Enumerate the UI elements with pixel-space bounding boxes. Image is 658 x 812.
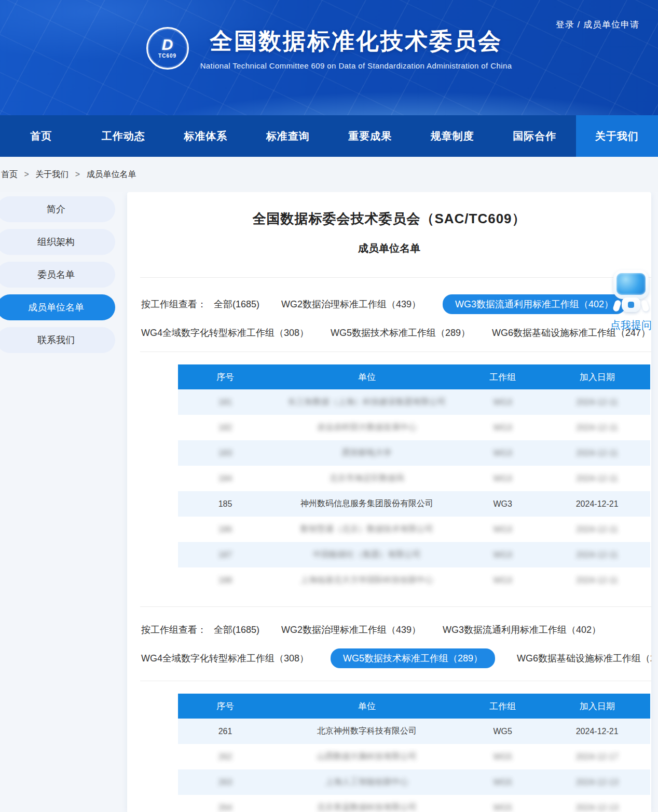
filter-option-4[interactable]: WG5数据技术标准工作组（289） [331,327,470,339]
cell-no: 186 [178,517,272,542]
cell-text: 263 [218,778,232,787]
sidebar-item-0[interactable]: 简介 [0,196,115,222]
filter-option-4[interactable]: WG5数据技术标准工作组（289） [331,648,495,668]
cell-wg: WG3 [461,542,544,567]
cell-text: 2024-12-11 [576,550,618,559]
cell-org: 中国船级社（集团）有限公司 [272,542,461,567]
breadcrumb-separator: > [73,170,82,179]
sidebar-item-3[interactable]: 成员单位名单 [0,294,115,320]
breadcrumb-item-0[interactable]: 首页 [1,170,18,179]
column-header-0: 序号 [178,694,272,719]
cell-text: 中国船级社（集团）有限公司 [313,550,421,559]
filter-option-2[interactable]: WG3数据流通利用标准工作组（402） [443,294,626,314]
filter-option-3[interactable]: WG4全域数字化转型标准工作组（308） [141,652,309,665]
cell-text: WG3 [493,525,512,534]
filter-option-1[interactable]: WG2数据治理标准工作组（439） [281,624,421,636]
table-row: 185神州数码信息服务集团股份有限公司WG32024-12-21 [178,491,650,517]
cell-no: 263 [178,769,272,795]
cell-org: 北京青蓝数据科技有限公司 [272,795,461,812]
cell-wg: WG3 [461,389,544,415]
cell-org: 数智慧通（北京）数据技术有限公司 [272,517,461,542]
table-head: 序号单位工作组加入日期 [178,364,650,389]
page-title: 全国数据标委会技术委员会（SAC/TC609） [127,210,651,228]
cell-text: 北京青蓝数据科技有限公司 [317,803,417,811]
sidebar-item-2[interactable]: 委员名单 [0,262,115,288]
cell-text: 上海临港北大方学国际科技创新中心 [300,575,433,584]
filter-option-2[interactable]: WG3数据流通利用标准工作组（402） [443,624,601,636]
site-subtitle: National Technical Committee 609 on Data… [200,61,512,70]
cell-text: 187 [218,550,232,559]
member-table: 序号单位工作组加入日期 261北京神州数字科技有限公司WG52024-12-21… [178,694,650,812]
filter-option-0[interactable]: 全部(1685) [214,624,259,636]
robot-arm-icon [640,300,650,313]
cell-wg: WG5 [461,744,544,769]
cell-text: 2024-12-21 [576,727,619,736]
cell-text: 北京神州数字科技有限公司 [317,726,417,735]
filter-option-5[interactable]: WG6数据基础设施标准工作组（247） [517,652,651,665]
cell-date: 2024-12-11 [544,389,650,415]
cell-wg: WG5 [461,719,544,744]
tc609-logo-icon: D TC609 [146,27,189,70]
cell-wg: WG3 [461,466,544,491]
nav-item-4[interactable]: 重要成果 [329,115,412,157]
cell-text: WG3 [493,398,512,407]
cell-org: 长三角数据（上海）科技建设集团有限公司 [272,389,461,415]
column-header-0: 序号 [178,364,272,389]
cell-date: 2024-12-21 [544,491,650,517]
workgroup-filter: 按工作组查看：全部(1685)WG2数据治理标准工作组（439）WG3数据流通利… [127,607,651,668]
cell-date: 2024-12-11 [544,517,650,542]
cell-wg: WG5 [461,769,544,795]
cell-text: WG3 [493,576,512,585]
filter-option-1[interactable]: WG2数据治理标准工作组（439） [281,298,421,310]
nav-item-7[interactable]: 关于我们 [576,115,658,157]
cell-text: 神州数码信息服务集团股份有限公司 [300,499,433,508]
sidebar-item-1[interactable]: 组织架构 [0,229,115,255]
sidebar-item-4[interactable]: 联系我们 [0,327,115,353]
nav-item-0[interactable]: 首页 [0,115,83,157]
cell-text: 185 [218,499,232,508]
nav-item-2[interactable]: 标准体系 [164,115,247,157]
cell-date: 2024-12-11 [544,567,650,593]
cell-text: 长三角数据（上海）科技建设集团有限公司 [288,397,446,406]
assistant-widget[interactable]: 点我提问 [607,270,655,332]
filter-option-0[interactable]: 全部(1685) [214,298,259,310]
breadcrumb-item-1[interactable]: 关于我们 [35,170,68,179]
cell-text: WG3 [493,550,512,559]
cell-text: 2024-12-17 [576,752,619,761]
assistant-label: 点我提问 [607,318,655,332]
column-header-2: 工作组 [461,364,544,389]
member-section-wg3: 按工作组查看：全部(1685)WG2数据治理标准工作组（439）WG3数据流通利… [127,278,651,593]
column-header-3: 加入日期 [544,364,650,389]
table-row: 186数智慧通（北京）数据技术有限公司WG32024-12-11 [178,517,650,542]
breadcrumb-item-2[interactable]: 成员单位名单 [86,170,136,179]
filter-row-2: WG4全域数字化转型标准工作组（308）WG5数据技术标准工作组（289）WG6… [141,327,651,339]
breadcrumb-separator: > [22,170,31,179]
nav-item-5[interactable]: 规章制度 [412,115,494,157]
table-row: 262山西数据大脑科技有限公司WG52024-12-17 [178,744,650,769]
cell-text: 262 [218,752,232,761]
divider [140,351,651,352]
cell-org: 山西数据大脑科技有限公司 [272,744,461,769]
filter-option-3[interactable]: WG4全域数字化转型标准工作组（308） [141,327,309,339]
login-link[interactable]: 登录 / 成员单位申请 [556,19,639,31]
site-header: 登录 / 成员单位申请 D TC609 全国数据标准化技术委员会 Nationa… [0,0,658,115]
filter-label: 按工作组查看： [141,298,207,310]
cell-text: 数智慧通（北京）数据技术有限公司 [300,524,433,533]
nav-item-1[interactable]: 工作动态 [83,115,165,157]
cell-text: 2024-12-11 [576,474,618,483]
nav-item-3[interactable]: 标准查询 [247,115,330,157]
cell-text: 2024-12-21 [576,499,619,508]
cell-text: 2024-12-11 [576,576,618,585]
table-row: 181长三角数据（上海）科技建设集团有限公司WG32024-12-11 [178,389,650,415]
workgroup-filter: 按工作组查看：全部(1685)WG2数据治理标准工作组（439）WG3数据流通利… [127,278,651,339]
cell-text: 2024-12-13 [576,803,619,812]
robot-face-icon [616,273,646,295]
navbar: 首页工作动态标准体系标准查询重要成果规章制度国际合作关于我们 [0,115,658,157]
nav-item-6[interactable]: 国际合作 [494,115,576,157]
cell-text: 183 [218,449,232,457]
cell-date: 2024-12-13 [544,769,650,795]
cell-no: 264 [178,795,272,812]
cell-text: 2024-12-11 [576,449,618,457]
brand: D TC609 全国数据标准化技术委员会 National Technical … [0,0,658,70]
cell-no: 187 [178,542,272,567]
